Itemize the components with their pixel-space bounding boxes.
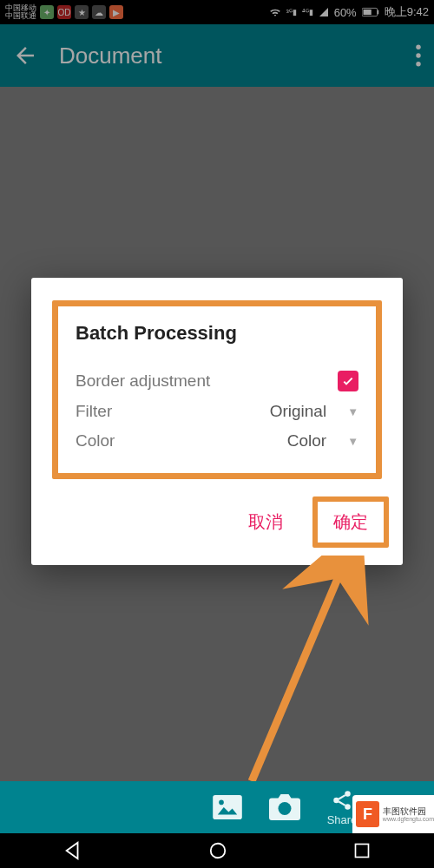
watermark-logo-icon: F bbox=[356, 801, 379, 827]
row-border-adjustment: Border adjustment bbox=[76, 365, 358, 397]
border-adjustment-checkbox[interactable] bbox=[338, 371, 358, 391]
svg-rect-17 bbox=[356, 845, 369, 858]
watermark: F 丰图软件园 www.dgfengtu.com bbox=[352, 795, 434, 833]
filter-label: Filter bbox=[76, 402, 270, 421]
row-filter[interactable]: Filter Original ▼ bbox=[76, 397, 358, 426]
dialog-actions: 取消 确定 bbox=[31, 490, 403, 565]
color-value: Color bbox=[287, 431, 326, 450]
dialog-title: Batch Processing bbox=[76, 322, 358, 345]
watermark-url: www.dgfengtu.com bbox=[383, 816, 434, 822]
camera-button[interactable] bbox=[259, 794, 311, 820]
color-label: Color bbox=[76, 431, 287, 450]
dropdown-icon: ▼ bbox=[347, 405, 358, 418]
confirm-button[interactable]: 确定 bbox=[318, 502, 384, 542]
gallery-button[interactable] bbox=[201, 795, 253, 819]
android-nav-bar bbox=[0, 833, 434, 868]
watermark-title: 丰图软件园 bbox=[383, 806, 434, 816]
batch-processing-dialog: Batch Processing Border adjustment Filte… bbox=[31, 278, 403, 565]
svg-point-10 bbox=[345, 791, 351, 797]
filter-value: Original bbox=[270, 402, 326, 421]
svg-point-11 bbox=[333, 797, 339, 803]
border-adjustment-label: Border adjustment bbox=[76, 372, 338, 391]
annotation-highlight-frame: Batch Processing Border adjustment Filte… bbox=[52, 300, 382, 479]
svg-point-8 bbox=[219, 800, 224, 806]
cancel-button[interactable]: 取消 bbox=[233, 502, 299, 542]
annotation-confirm-frame: 确定 bbox=[312, 496, 389, 548]
nav-home-icon[interactable] bbox=[208, 841, 227, 860]
svg-point-12 bbox=[345, 804, 351, 810]
dropdown-icon: ▼ bbox=[347, 435, 358, 448]
nav-back-icon[interactable] bbox=[63, 841, 82, 860]
nav-recent-icon[interactable] bbox=[353, 842, 371, 859]
row-color[interactable]: Color Color ▼ bbox=[76, 426, 358, 456]
svg-point-9 bbox=[279, 802, 292, 815]
svg-point-16 bbox=[211, 844, 226, 858]
svg-rect-7 bbox=[213, 795, 242, 819]
check-icon bbox=[341, 374, 355, 388]
